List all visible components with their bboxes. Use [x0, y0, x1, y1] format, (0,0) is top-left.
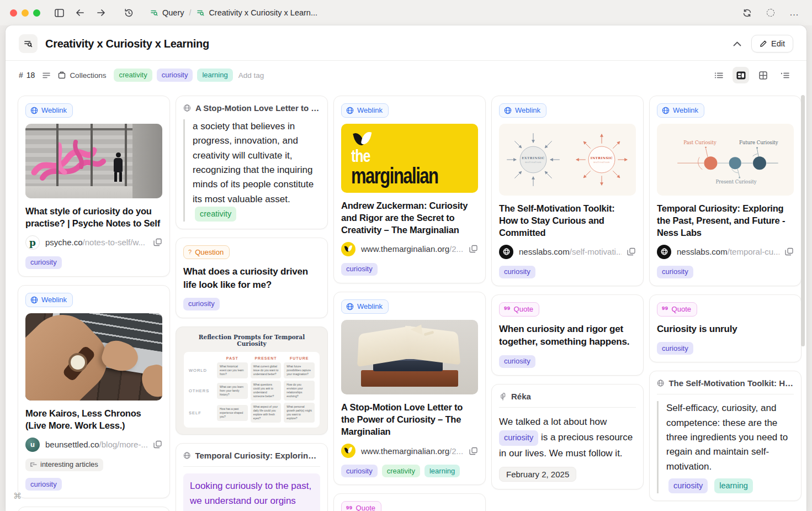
copy-icon[interactable]	[469, 245, 478, 253]
marginalian-favicon	[341, 242, 355, 256]
card-selfmotivation-weblink[interactable]: Weblink EXTRI	[491, 96, 644, 286]
weblink-badge: Weblink	[341, 103, 389, 118]
tag-curiosity[interactable]: curiosity	[668, 478, 708, 493]
card-psyche-weblink[interactable]: Weblink What style of c	[18, 96, 170, 277]
tag-curiosity[interactable]: curiosity	[657, 342, 693, 355]
copy-icon[interactable]	[153, 238, 162, 246]
tag-curiosity[interactable]: curiosity	[25, 478, 62, 491]
globe-icon	[504, 107, 512, 114]
note-source[interactable]: The Self-Motivation Toolkit: How t...	[657, 378, 794, 388]
edit-button[interactable]: Edit	[751, 35, 793, 52]
tag-curiosity[interactable]: curiosity	[341, 263, 378, 276]
close-window-button[interactable]	[10, 9, 17, 17]
card-url[interactable]: nesslabs.com/temporal-cu...	[677, 247, 779, 256]
nesslabs-globe-mark	[502, 247, 511, 256]
card-title[interactable]: The Self-Motivation Toolkit: How to Stay…	[499, 202, 636, 239]
back-icon[interactable]	[72, 5, 88, 20]
breadcrumb-current[interactable]: Creativity x Curiosity x Learn...	[196, 8, 317, 17]
card-reka-note[interactable]: Réka We talked a lot about how curiosity…	[491, 384, 644, 489]
maximize-window-button[interactable]	[33, 9, 40, 17]
note-author[interactable]: Réka	[499, 392, 636, 401]
query-type-icon[interactable]	[19, 34, 38, 53]
tag-curiosity[interactable]: curiosity	[499, 355, 535, 368]
description-lines-icon[interactable]	[43, 72, 50, 78]
question-title[interactable]: What does a curiosity driven life look l…	[183, 265, 320, 291]
card-url[interactable]: beunsettled.co/blog/more-...	[45, 440, 148, 449]
view-grid-icon[interactable]	[755, 67, 771, 83]
card-rigor-quote[interactable]: 99 Quote When curiosity and rigor get to…	[491, 294, 644, 376]
card-question[interactable]: ? Question What does a curiosity driven …	[176, 238, 328, 319]
card-url[interactable]: www.themarginalian.org/2...	[361, 446, 464, 456]
view-masonry-icon[interactable]	[733, 67, 749, 83]
edit-button-label: Edit	[771, 39, 785, 48]
tag-curiosity[interactable]: curiosity	[657, 266, 693, 278]
quote-title[interactable]: When curiosity and rigor get together, s…	[499, 323, 636, 349]
view-compact-list-icon[interactable]	[777, 67, 793, 83]
card-temporal-weblink[interactable]: Weblink	[649, 96, 802, 286]
quote-marks-icon: 99	[346, 504, 353, 511]
card-title[interactable]: Temporal Curiosity: Exploring the Past, …	[657, 202, 794, 239]
note-source[interactable]: A Stop-Motion Love Letter to the...	[183, 103, 320, 113]
card-url[interactable]: www.themarginalian.org/2...	[361, 244, 464, 254]
more-options-icon[interactable]: ...	[787, 5, 802, 20]
tag-creativity[interactable]: creativity	[114, 69, 152, 81]
history-icon[interactable]	[121, 5, 136, 20]
tag-curiosity[interactable]: curiosity	[157, 69, 193, 81]
tag-learning[interactable]: learning	[197, 69, 232, 81]
card-marginalian-stopmotion[interactable]: Weblink A Stop-Motion Love Letter to the…	[333, 292, 486, 485]
quote-marks-icon: 99	[504, 305, 511, 312]
card-title[interactable]: A Stop-Motion Love Letter to the Power o…	[341, 401, 478, 438]
breadcrumb-query[interactable]: Query	[150, 8, 184, 17]
collection-chip[interactable]: interesting articles	[25, 459, 103, 471]
tag-creativity[interactable]: creativity	[382, 465, 420, 477]
card-thumbnail	[25, 124, 162, 198]
tag-curiosity[interactable]: curiosity	[499, 266, 535, 278]
sidebar-toggle-icon[interactable]	[51, 5, 67, 20]
card-stopmotion-note[interactable]: A Stop-Motion Love Letter to the... a so…	[176, 96, 328, 229]
copy-icon[interactable]	[469, 447, 478, 455]
tag-learning[interactable]: learning	[424, 465, 460, 477]
tag-curiosity[interactable]: curiosity	[499, 430, 538, 446]
add-tag-input[interactable]: Add tag	[238, 71, 264, 80]
tag-learning[interactable]: learning	[714, 478, 753, 493]
view-list-icon[interactable]	[710, 67, 727, 83]
tag-curiosity[interactable]: curiosity	[341, 465, 378, 477]
note-source[interactable]: Temporal Curiosity: Exploring the...	[183, 451, 320, 460]
copy-icon[interactable]	[153, 440, 162, 449]
card-title[interactable]: More Kairos, Less Chronos (Live More. Wo…	[25, 407, 162, 431]
globe-icon	[346, 303, 354, 310]
card-muscle-quote[interactable]: 99 Quote Curiosity is a muscle — use it …	[333, 493, 486, 511]
sync-icon[interactable]	[739, 5, 755, 20]
collections-box-icon	[58, 71, 66, 79]
tag-curiosity[interactable]: curiosity	[183, 298, 220, 310]
tag-curiosity[interactable]: curiosity	[25, 256, 62, 269]
quote-text: a society that believes in progress, inn…	[193, 121, 314, 204]
nesslabs-favicon	[657, 245, 671, 259]
collections-control[interactable]: Collections	[58, 71, 106, 80]
collections-label: Collections	[70, 71, 106, 80]
note-text: We talked a lot about how curiosity is a…	[499, 414, 636, 461]
minimize-window-button[interactable]	[22, 9, 29, 17]
vertical-scrollbar[interactable]	[801, 95, 805, 346]
card-kairos-weblink[interactable]: Weblink More Kairos, Less Chronos (Live …	[18, 285, 170, 498]
card-toolkit-note[interactable]: The Self-Motivation Toolkit: How t... Se…	[649, 371, 802, 501]
copy-icon[interactable]	[627, 247, 636, 256]
card-weblink-cropped[interactable]: Weblink	[18, 507, 170, 511]
card-unruly-quote[interactable]: 99 Quote Curiosity is unruly curiosity	[649, 294, 802, 362]
note-source-label: Temporal Curiosity: Exploring the...	[195, 451, 320, 460]
copy-icon[interactable]	[785, 247, 794, 256]
card-marginalian-zuckerman[interactable]: Weblink the marginalian Andrew Zuckerman…	[333, 96, 486, 283]
card-url[interactable]: nesslabs.com/self-motivati...	[519, 247, 622, 256]
card-title[interactable]: Andrew Zuckerman: Curiosity and Rigor ar…	[341, 199, 478, 236]
card-reflection-image[interactable]: Reflection Prompts for Temporal Curiosit…	[176, 326, 328, 435]
app-window: Creativity x Curiosity x Learning Edit #…	[6, 25, 806, 511]
quote-title[interactable]: Curiosity is unruly	[657, 323, 794, 335]
card-temporal-note[interactable]: Temporal Curiosity: Exploring the... Loo…	[176, 443, 328, 511]
tag-creativity[interactable]: creativity	[195, 207, 236, 221]
reflection-prompts-image: Reflection Prompts for Temporal Curiosit…	[184, 334, 320, 428]
card-title[interactable]: What style of curiosity do you practise?…	[25, 205, 162, 229]
view-switcher	[710, 67, 793, 83]
collapse-chevron-icon[interactable]	[733, 41, 741, 46]
forward-icon[interactable]	[93, 5, 109, 20]
card-url[interactable]: psyche.co/notes-to-self/w...	[45, 238, 148, 247]
